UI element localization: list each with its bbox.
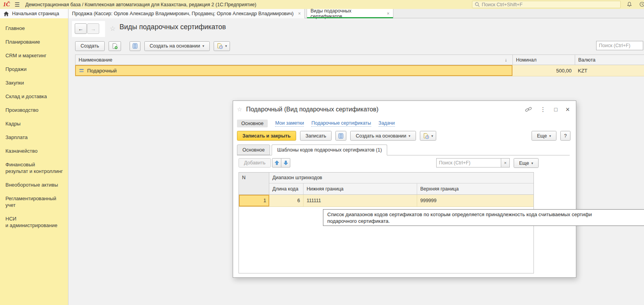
sidebar-item-treasury[interactable]: Казначейство (0, 144, 68, 158)
column-header-nominal[interactable]: Номинал (512, 55, 575, 65)
tab-close-icon[interactable]: × (384, 11, 390, 16)
templates-search-input[interactable] (437, 160, 501, 166)
column-header-lower-bound[interactable]: Нижняя граница (304, 183, 417, 194)
reports-button[interactable]: ▾ (214, 41, 230, 51)
help-button[interactable]: ? (560, 131, 570, 141)
sidebar-item-production[interactable]: Производство (0, 103, 68, 117)
tab-home-label: Начальная страница (12, 11, 59, 16)
dialog-nav-links: Основное Мои заметки Подарочные сертифик… (237, 119, 395, 128)
cell-currency[interactable]: KZT (575, 65, 644, 76)
catalog-item-icon (79, 69, 84, 72)
sidebar-item-purchases[interactable]: Закупки (0, 76, 68, 90)
sidebar-item-crm-marketing[interactable]: CRM и маркетинг (0, 49, 68, 62)
templates-search[interactable] (436, 158, 501, 167)
global-search[interactable] (472, 1, 621, 8)
arrow-up-icon (275, 160, 279, 165)
sidebar-item-hr[interactable]: Кадры (0, 117, 68, 130)
arrow-down-icon (284, 160, 288, 165)
create-button-label: Создать (81, 43, 99, 49)
sidebar-item-sales[interactable]: Продажи (0, 62, 68, 76)
tab-gift-certificate-kinds[interactable]: Виды подарочных сертификатов × (307, 9, 393, 18)
chevron-down-icon: ▾ (225, 44, 227, 48)
save-and-close-button[interactable]: Записать и закрыть (237, 131, 296, 141)
column-header-barcode-range[interactable]: Диапазон штрихкодов (269, 173, 533, 183)
new-document-button[interactable] (109, 41, 121, 51)
dialog-titlebar: ☆ Подарочный (Вид подарочных сертификато… (233, 101, 576, 118)
list-search-input[interactable] (596, 41, 643, 50)
tab-sales-document[interactable]: Продажа (Кассир: Орлов Александр Владими… (68, 9, 305, 18)
nav-link-main[interactable]: Основное (237, 120, 268, 127)
cell-nominal[interactable]: 500,00 (512, 65, 575, 76)
save-label: Записать (305, 133, 326, 139)
tab-code-templates[interactable]: Шаблоны кодов подарочных сертификатов (1… (272, 145, 387, 155)
hamburger-menu-icon[interactable]: ☰ (15, 1, 20, 8)
tab-main[interactable]: Основное (237, 145, 270, 155)
sidebar-item-master-data-admin[interactable]: НСИ и администрирование (0, 212, 68, 232)
save-and-close-label: Записать и закрыть (242, 133, 291, 139)
home-icon (4, 11, 9, 16)
global-search-input[interactable] (482, 2, 610, 7)
cell-lower-bound[interactable]: 111111 (304, 195, 417, 206)
notifications-bell-icon[interactable] (626, 1, 632, 9)
help-label: ? (564, 133, 567, 139)
cell-code-length[interactable]: 6 (269, 195, 304, 206)
save-button[interactable]: Записать (300, 131, 332, 141)
chevron-down-icon: ▾ (531, 161, 533, 165)
list-view-button[interactable] (335, 131, 346, 141)
add-row-button-disabled[interactable]: Добавить (239, 158, 271, 167)
tab-home[interactable]: Начальная страница (0, 9, 68, 18)
1c-logo-icon: 1Č (3, 1, 10, 8)
cell-name-focused[interactable]: Подарочный (75, 65, 512, 76)
more-button[interactable]: Еще ▾ (532, 131, 556, 141)
search-clear-button[interactable]: × (501, 158, 510, 167)
copy-link-icon[interactable] (525, 106, 532, 113)
chevron-down-icon: ▾ (432, 134, 433, 138)
sidebar-item-noncurrent-assets[interactable]: Внеоборотные активы (0, 178, 68, 192)
column-header-currency-label: Валюта (578, 57, 595, 63)
table-row[interactable]: Подарочный 500,00 KZT (75, 65, 644, 76)
sort-descending-icon[interactable]: ↓ (505, 57, 507, 63)
maximize-icon[interactable]: □ (554, 106, 557, 113)
close-icon[interactable]: × (565, 106, 570, 114)
create-based-on-button[interactable]: Создать на основании ▾ (350, 131, 416, 141)
chevron-down-icon: ▾ (409, 134, 411, 138)
search-icon (475, 2, 480, 7)
favorite-star-icon[interactable]: ☆ (110, 25, 116, 33)
cell-row-number-focused[interactable]: 1 (239, 195, 269, 206)
column-header-currency[interactable]: Валюта (575, 55, 644, 65)
more-actions-kebab-icon[interactable]: ⋮ (540, 106, 546, 113)
nav-link-my-notes[interactable]: Мои заметки (275, 120, 304, 127)
table-row[interactable]: 1 6 111111 999999 (239, 195, 533, 207)
column-header-upper-bound[interactable]: Верхняя граница (417, 183, 533, 194)
sidebar-item-regulated-accounting[interactable]: Регламентированный учет (0, 192, 68, 212)
favorite-star-icon[interactable]: ☆ (237, 106, 242, 113)
forward-button[interactable]: → (87, 23, 99, 34)
sidebar-item-main[interactable]: Главное (0, 21, 68, 35)
nav-link-tasks[interactable]: Задачи (379, 120, 395, 127)
list-icon (133, 43, 137, 49)
column-header-name-label: Наименование (79, 57, 112, 63)
tab-close-icon[interactable]: × (295, 11, 301, 16)
move-down-button[interactable] (281, 158, 290, 167)
sidebar-item-planning[interactable]: Планирование (0, 35, 68, 49)
sidebar-item-financial-result[interactable]: Финансовый результат и контроллинг (0, 158, 68, 178)
page-title: Виды подарочных сертификатов (119, 23, 226, 31)
back-button[interactable]: ← (75, 23, 87, 34)
create-based-on-button[interactable]: Создать на основании ▾ (144, 41, 210, 51)
reports-button[interactable]: ▾ (420, 131, 437, 141)
history-clock-icon[interactable] (639, 1, 644, 9)
cell-upper-bound[interactable]: 999999 (417, 195, 533, 206)
sidebar-item-payroll[interactable]: Зарплата (0, 130, 68, 144)
nav-link-gift-certificates[interactable]: Подарочные сертификаты (311, 120, 371, 127)
list-view-button[interactable] (130, 41, 140, 51)
more-button[interactable]: Еще ▾ (514, 158, 539, 168)
section-sidebar: Главное Планирование CRM и маркетинг Про… (0, 18, 68, 305)
create-button[interactable]: Создать (75, 41, 105, 51)
move-up-button[interactable] (272, 158, 281, 167)
column-header-name[interactable]: Наименование ↓ (75, 55, 512, 65)
column-header-n[interactable]: N (239, 173, 269, 195)
tab-code-templates-label: Шаблоны кодов подарочных сертификатов (1… (277, 147, 382, 153)
sidebar-item-warehouse-delivery[interactable]: Склад и доставка (0, 90, 68, 103)
column-header-code-length[interactable]: Длина кода (269, 183, 304, 194)
templates-toolbar: Добавить × Еще ▾ (239, 158, 570, 168)
